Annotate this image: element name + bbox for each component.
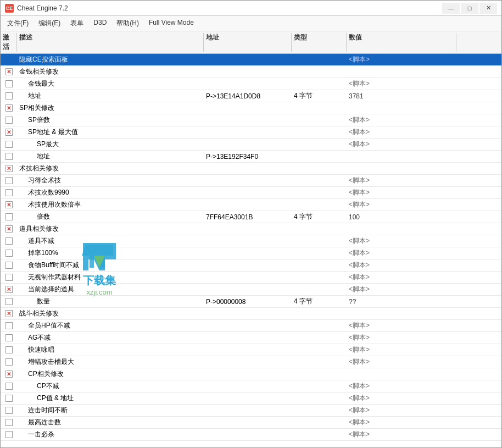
description-cell: 金钱最大: [17, 78, 204, 90]
checkbox[interactable]: [5, 298, 13, 305]
menu-d3d[interactable]: D3D: [89, 17, 111, 30]
table-row[interactable]: 道具不减<脚本>: [1, 235, 501, 247]
type-cell: [292, 264, 347, 267]
table-row[interactable]: 隐藏CE搜索面板<脚本>: [1, 54, 501, 66]
table-row[interactable]: 食物Buff时间不减<脚本>: [1, 259, 501, 272]
title-bar: CE Cheat Engine 7.2 — □ ✕: [1, 1, 501, 16]
address-cell: [204, 264, 292, 267]
table-row[interactable]: 术技次数9990<脚本>: [1, 187, 501, 199]
table-row[interactable]: 金钱最大<脚本>: [1, 78, 501, 90]
table-row[interactable]: 快速咏唱<脚本>: [1, 344, 501, 356]
checkbox[interactable]: [5, 262, 13, 269]
table-row[interactable]: 习得全术技<脚本>: [1, 175, 501, 187]
checkbox[interactable]: [5, 334, 13, 341]
checkbox[interactable]: [5, 346, 13, 353]
type-cell: [292, 156, 347, 158]
checkbox[interactable]: [5, 165, 13, 172]
menu-file[interactable]: 文件(F): [3, 17, 33, 30]
table-header: 激活 描述 地址 类型 数值: [1, 31, 501, 54]
table-row[interactable]: 道具相关修改: [1, 223, 501, 235]
table-row[interactable]: 地址P->13E192F34F0: [1, 151, 501, 163]
value-cell: <脚本>: [347, 54, 456, 65]
checkbox[interactable]: [5, 310, 13, 317]
checkbox[interactable]: [5, 80, 13, 87]
table-row[interactable]: 全员HP值不减<脚本>: [1, 320, 501, 332]
checkbox[interactable]: [5, 395, 13, 402]
table-row[interactable]: 当前选择的道具<脚本>: [1, 284, 501, 296]
description-cell: 术技相关修改: [17, 163, 204, 174]
table-row[interactable]: 倍数7FF64EA3001B4 字节100: [1, 211, 501, 223]
checkbox[interactable]: [5, 104, 13, 112]
address-cell: [204, 422, 292, 424]
table-row[interactable]: SP最大<脚本>: [1, 139, 501, 151]
menu-table[interactable]: 表单: [66, 17, 88, 30]
checkbox[interactable]: [5, 370, 13, 378]
type-cell: [292, 168, 347, 170]
address-cell: 7FF64EA3001B: [204, 212, 292, 222]
checkbox[interactable]: [5, 201, 13, 208]
table-row[interactable]: CP不减<脚本>: [1, 380, 501, 392]
table-row[interactable]: CP值 & 地址<脚本>: [1, 392, 501, 405]
checkbox[interactable]: [5, 92, 13, 99]
checkbox-cell: [1, 164, 17, 173]
address-cell: [204, 276, 292, 279]
checkbox[interactable]: [5, 274, 13, 281]
type-cell: 4 字节: [292, 90, 347, 102]
checkbox[interactable]: [5, 419, 13, 426]
checkbox[interactable]: [5, 225, 13, 233]
table-row[interactable]: SP相关修改: [1, 102, 501, 114]
checkbox[interactable]: [5, 189, 13, 196]
checkbox[interactable]: [5, 213, 13, 220]
table-row[interactable]: CP相关修改: [1, 368, 501, 380]
checkbox[interactable]: [5, 322, 13, 329]
checkbox-cell: [1, 369, 17, 379]
type-cell: [292, 337, 347, 339]
table-row[interactable]: SP地址 & 最大值<脚本>: [1, 126, 501, 139]
close-button[interactable]: ✕: [479, 3, 497, 14]
description-cell: 习得全术技: [17, 175, 204, 186]
checkbox-cell: [1, 176, 17, 185]
checkbox[interactable]: [5, 129, 13, 136]
table-row[interactable]: 术技使用次数倍率<脚本>: [1, 199, 501, 211]
table-row[interactable]: 最高连击数<脚本>: [1, 417, 501, 429]
menu-help[interactable]: 帮助(H): [112, 17, 143, 30]
table-row[interactable]: 地址P->13E14A1D0D84 字节3781: [1, 90, 501, 102]
table-row[interactable]: 一击必杀<脚本>: [1, 429, 501, 441]
table-row[interactable]: 增幅攻击槽最大<脚本>: [1, 356, 501, 368]
checkbox-cell: [1, 59, 17, 61]
address-cell: P->13E192F34F0: [204, 152, 292, 162]
checkbox[interactable]: [5, 237, 13, 245]
checkbox[interactable]: [5, 141, 13, 148]
table-row[interactable]: 连击时间不断<脚本>: [1, 405, 501, 417]
checkbox[interactable]: [5, 68, 13, 75]
table-row[interactable]: 无视制作武器材料<脚本>: [1, 272, 501, 284]
value-cell: [347, 168, 456, 170]
menu-edit[interactable]: 编辑(E): [34, 17, 65, 30]
table-row[interactable]: 金钱相关修改: [1, 66, 501, 78]
table-row[interactable]: SP倍数<脚本>: [1, 114, 501, 126]
table-row[interactable]: AG不减<脚本>: [1, 332, 501, 344]
checkbox-cell: [1, 79, 17, 89]
type-cell: [292, 397, 347, 400]
checkbox[interactable]: [5, 117, 13, 124]
checkbox[interactable]: [5, 407, 13, 414]
checkbox[interactable]: [5, 250, 13, 257]
minimize-button[interactable]: —: [442, 3, 460, 14]
description-cell: 倍数: [17, 211, 204, 223]
maximize-button[interactable]: □: [461, 3, 478, 14]
checkbox[interactable]: [5, 153, 13, 160]
checkbox[interactable]: [5, 383, 13, 390]
menu-fullview[interactable]: Full View Mode: [144, 17, 198, 30]
checkbox[interactable]: [5, 286, 13, 293]
table-row[interactable]: 掉率100%<脚本>: [1, 247, 501, 259]
table-row[interactable]: 术技相关修改: [1, 163, 501, 175]
table-row[interactable]: 数量P->000000084 字节??: [1, 296, 501, 308]
description-cell: SP倍数: [17, 114, 204, 126]
type-cell: [292, 204, 347, 206]
checkbox[interactable]: [5, 358, 13, 366]
checkbox-cell: [1, 67, 17, 76]
checkbox[interactable]: [5, 431, 13, 438]
title-bar-left: CE Cheat Engine 7.2: [5, 4, 68, 13]
table-row[interactable]: 战斗相关修改: [1, 308, 501, 320]
checkbox[interactable]: [5, 177, 13, 184]
